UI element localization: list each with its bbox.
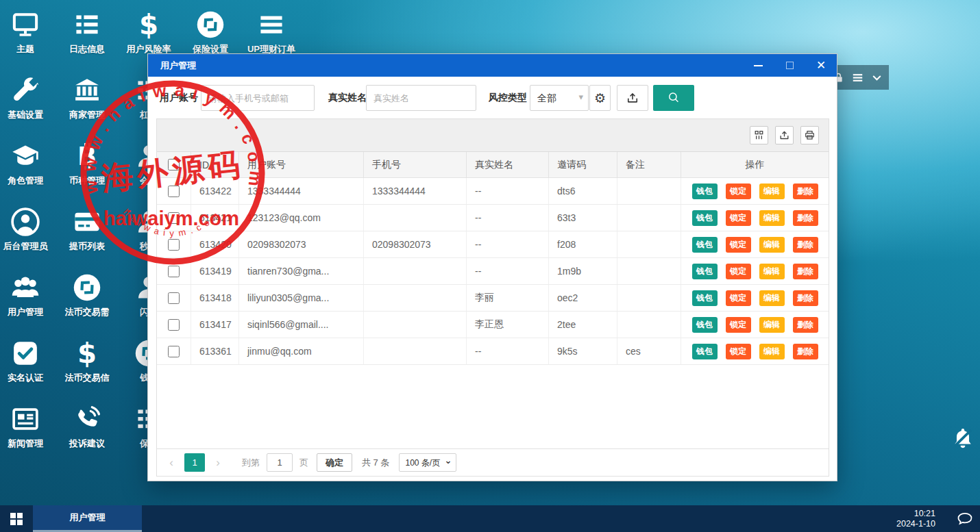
cell-phone: [364, 205, 467, 231]
header-phone: 手机号: [364, 152, 467, 177]
desktop-icon-grad-cap-8[interactable]: 角色管理: [0, 141, 57, 200]
desktop-icon-check-square-17[interactable]: 实名认证: [0, 338, 57, 397]
delete-button[interactable]: 删除: [793, 210, 818, 226]
delete-button[interactable]: 删除: [793, 317, 818, 333]
desktop-icon-label: 主题: [0, 43, 57, 55]
wallet-button[interactable]: 钱包: [692, 210, 718, 226]
card-icon: [72, 207, 102, 237]
desktop-icon-bitcoin-9[interactable]: B币种管理: [56, 141, 119, 200]
cell-phone: [364, 285, 467, 311]
window-titlebar[interactable]: 用户管理 ✕: [148, 54, 837, 77]
desktop-icon-news-20[interactable]: 新闻管理: [0, 404, 57, 463]
desktop-icon-card-12[interactable]: 提币列表: [56, 207, 119, 266]
page-size-select[interactable]: 100 条/页: [400, 454, 456, 471]
start-button[interactable]: [0, 505, 33, 532]
table-row: 613421 123123@qq.com -- 63t3 钱包 锁定 编辑 删除: [157, 205, 829, 231]
row-checkbox[interactable]: [168, 186, 180, 197]
desktop-mini-widget[interactable]: [835, 65, 889, 90]
desktop-icon-monitor-0[interactable]: 主题: [0, 10, 57, 68]
lock-button[interactable]: 锁定: [726, 264, 751, 279]
goto-label: 到第: [242, 457, 260, 469]
edit-button[interactable]: 编辑: [759, 344, 785, 359]
risk-type-select[interactable]: 全部: [530, 86, 588, 110]
monitor-icon: [10, 10, 40, 40]
export-grid-button[interactable]: [775, 126, 794, 144]
wallet-button[interactable]: 钱包: [692, 183, 718, 199]
realname-input[interactable]: [366, 85, 476, 111]
row-checkbox[interactable]: [168, 266, 180, 277]
wallet-button[interactable]: 钱包: [692, 344, 718, 359]
header-action: 操作: [681, 152, 829, 177]
cell-remark: ces: [617, 338, 681, 364]
goto-page-input[interactable]: [267, 453, 293, 472]
taskbar-item-user-management[interactable]: 用户管理: [33, 505, 142, 532]
prev-page-icon[interactable]: ‹: [162, 456, 180, 470]
row-checkbox[interactable]: [168, 212, 180, 224]
edit-button[interactable]: 编辑: [759, 183, 785, 199]
header-invite: 邀请码: [549, 152, 617, 177]
taskbar-item-label: 用户管理: [70, 511, 106, 524]
delete-button[interactable]: 删除: [793, 344, 818, 359]
minimize-button[interactable]: [742, 54, 774, 77]
row-checkbox[interactable]: [168, 346, 180, 357]
lock-button[interactable]: 锁定: [726, 317, 751, 333]
delete-button[interactable]: 删除: [793, 237, 818, 253]
edit-button[interactable]: 编辑: [759, 290, 785, 306]
desktop-icon-logo-circle-15[interactable]: 法币交易需: [56, 273, 119, 331]
cell-id: 613361: [191, 338, 239, 364]
taskbar-clock[interactable]: 10:21 2024-1-10: [896, 509, 935, 529]
edit-button[interactable]: 编辑: [759, 237, 785, 253]
desktop-icon-label: 提币列表: [56, 240, 119, 253]
desktop-icon-label: 角色管理: [0, 175, 57, 187]
desktop-icon-bank-6[interactable]: 商家管理: [56, 75, 119, 134]
desktop-icon-phone-21[interactable]: 投诉建议: [56, 404, 119, 463]
delete-button[interactable]: 删除: [793, 264, 818, 279]
edit-button[interactable]: 编辑: [759, 317, 785, 333]
svg-text:$: $: [77, 338, 97, 368]
select-all-checkbox[interactable]: [168, 159, 180, 170]
search-button[interactable]: [653, 85, 694, 111]
lock-button[interactable]: 锁定: [726, 290, 751, 306]
print-button[interactable]: [800, 126, 819, 144]
notifications-button[interactable]: [956, 510, 974, 528]
lock-button[interactable]: 锁定: [726, 344, 751, 359]
header-id: ID: [191, 152, 239, 177]
lock-button[interactable]: 锁定: [726, 210, 751, 226]
page-size-select-wrap: 100 条/页: [399, 453, 456, 472]
account-input[interactable]: [201, 85, 315, 111]
desktop-icon-label: 投诉建议: [56, 438, 119, 450]
desktop-icon-people-14[interactable]: 用户管理: [0, 273, 57, 331]
close-button[interactable]: ✕: [805, 54, 837, 77]
columns-button[interactable]: [750, 126, 768, 144]
lock-button[interactable]: 锁定: [726, 183, 751, 199]
settings-button[interactable]: ⚙: [589, 85, 611, 111]
row-checkbox[interactable]: [168, 292, 180, 304]
desktop-icon-wrench-5[interactable]: 基础设置: [0, 75, 57, 134]
row-checkbox[interactable]: [168, 319, 180, 331]
table-header: ID 用户账号 手机号 真实姓名 邀请码 备注 操作: [157, 152, 829, 178]
desktop-icon-dollar-18[interactable]: $法币交易信: [56, 338, 119, 397]
cell-id: 613418: [191, 285, 239, 311]
wallet-button[interactable]: 钱包: [692, 264, 718, 279]
cell-invite: dts6: [549, 178, 617, 204]
desktop-icon-list-1[interactable]: 日志信息: [56, 10, 119, 68]
maximize-button[interactable]: [774, 54, 805, 77]
wallet-button[interactable]: 钱包: [692, 317, 718, 333]
edit-button[interactable]: 编辑: [759, 210, 785, 226]
cell-realname: 李正恩: [467, 312, 549, 338]
wallet-button[interactable]: 钱包: [692, 237, 718, 253]
current-page-button[interactable]: 1: [184, 453, 205, 472]
edit-button[interactable]: 编辑: [759, 264, 785, 279]
wallet-button[interactable]: 钱包: [692, 290, 718, 306]
lock-button[interactable]: 锁定: [726, 237, 751, 253]
bell-slash-icon[interactable]: [950, 425, 976, 453]
export-button[interactable]: [617, 85, 648, 111]
delete-button[interactable]: 删除: [793, 290, 818, 306]
delete-button[interactable]: 删除: [793, 183, 818, 199]
desktop-icon-admin-circle-11[interactable]: 后台管理员: [0, 207, 57, 266]
windows-logo-icon: [10, 513, 23, 525]
columns-icon: [753, 129, 765, 141]
next-page-icon[interactable]: ›: [209, 456, 227, 470]
row-checkbox[interactable]: [168, 239, 180, 251]
confirm-button[interactable]: 确定: [317, 453, 352, 472]
